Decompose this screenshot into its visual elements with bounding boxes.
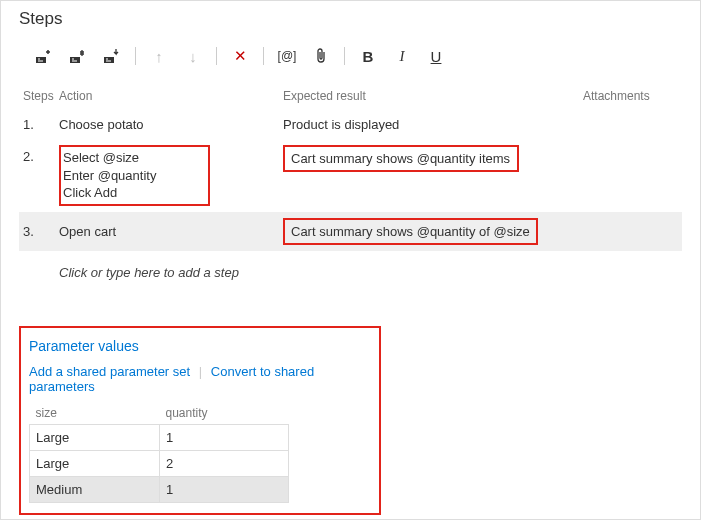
header-expected: Expected result <box>283 89 583 103</box>
step-row[interactable]: 1. Choose potato Product is displayed <box>19 111 682 139</box>
add-step-placeholder[interactable]: Click or type here to add a step <box>19 251 682 286</box>
step-number: 1. <box>23 117 59 132</box>
attachment-icon[interactable] <box>304 43 338 69</box>
svg-rect-1 <box>38 59 40 60</box>
step-action[interactable]: Select @size Enter @quantity Click Add <box>59 145 283 206</box>
section-title: Steps <box>19 9 682 29</box>
cell-size[interactable]: Large <box>30 450 160 476</box>
highlighted-action: Select @size Enter @quantity Click Add <box>59 145 210 206</box>
highlighted-result: Cart summary shows @quantity of @size <box>283 218 538 245</box>
toolbar-separator <box>216 47 217 65</box>
params-table: size quantity Large 1 Large 2 Medium 1 <box>29 402 289 503</box>
cell-size[interactable]: Large <box>30 424 160 450</box>
step-action[interactable]: Choose potato <box>59 117 283 132</box>
step-number: 2. <box>23 145 59 164</box>
header-steps: Steps <box>23 89 59 103</box>
insert-step-before-icon[interactable] <box>61 43 95 69</box>
insert-param-icon[interactable]: [@] <box>270 43 304 69</box>
toolbar-separator <box>135 47 136 65</box>
step-result[interactable]: Cart summary shows @quantity items <box>283 145 583 172</box>
toolbar: ↑ ↓ ✕ [@] B I U <box>19 39 682 77</box>
step-action[interactable]: Open cart <box>59 218 283 239</box>
params-row[interactable]: Large 1 <box>30 424 289 450</box>
svg-rect-3 <box>70 57 80 63</box>
move-down-icon[interactable]: ↓ <box>176 43 210 69</box>
cell-quantity[interactable]: 1 <box>160 476 289 502</box>
params-table-header: size quantity <box>30 402 289 425</box>
toolbar-separator <box>263 47 264 65</box>
params-title: Parameter values <box>29 338 371 354</box>
step-result[interactable]: Cart summary shows @quantity of @size <box>283 218 583 245</box>
svg-rect-6 <box>104 57 114 63</box>
toolbar-separator <box>344 47 345 65</box>
params-row[interactable]: Medium 1 <box>30 476 289 502</box>
cell-quantity[interactable]: 1 <box>160 424 289 450</box>
params-links: Add a shared parameter set | Convert to … <box>29 364 371 394</box>
bold-icon[interactable]: B <box>351 43 385 69</box>
svg-rect-2 <box>38 61 43 62</box>
insert-shared-step-icon[interactable] <box>95 43 129 69</box>
svg-rect-4 <box>72 59 74 60</box>
steps-table: Steps Action Expected result Attachments… <box>19 83 682 286</box>
cell-quantity[interactable]: 2 <box>160 450 289 476</box>
svg-rect-0 <box>36 57 46 63</box>
col-size: size <box>30 402 160 425</box>
svg-rect-7 <box>106 59 108 60</box>
header-attachments: Attachments <box>583 89 682 103</box>
params-row[interactable]: Large 2 <box>30 450 289 476</box>
steps-panel: Steps ↑ ↓ ✕ [@] B I U Steps Action Expec… <box>0 0 701 520</box>
delete-icon[interactable]: ✕ <box>223 43 257 69</box>
parameter-values-panel: Parameter values Add a shared parameter … <box>19 326 381 515</box>
step-row[interactable]: 3. Open cart Cart summary shows @quantit… <box>19 212 682 251</box>
step-result[interactable]: Product is displayed <box>283 117 583 132</box>
steps-table-header: Steps Action Expected result Attachments <box>19 83 682 111</box>
col-quantity: quantity <box>160 402 289 425</box>
highlighted-result: Cart summary shows @quantity items <box>283 145 519 172</box>
underline-icon[interactable]: U <box>419 43 453 69</box>
cell-size[interactable]: Medium <box>30 476 160 502</box>
svg-rect-5 <box>72 61 77 62</box>
move-up-icon[interactable]: ↑ <box>142 43 176 69</box>
step-number: 3. <box>23 218 59 239</box>
add-shared-param-link[interactable]: Add a shared parameter set <box>29 364 190 379</box>
header-action: Action <box>59 89 283 103</box>
italic-icon[interactable]: I <box>385 43 419 69</box>
insert-step-icon[interactable] <box>27 43 61 69</box>
svg-rect-8 <box>106 61 111 62</box>
step-row[interactable]: 2. Select @size Enter @quantity Click Ad… <box>19 139 682 212</box>
link-separator: | <box>199 364 202 379</box>
